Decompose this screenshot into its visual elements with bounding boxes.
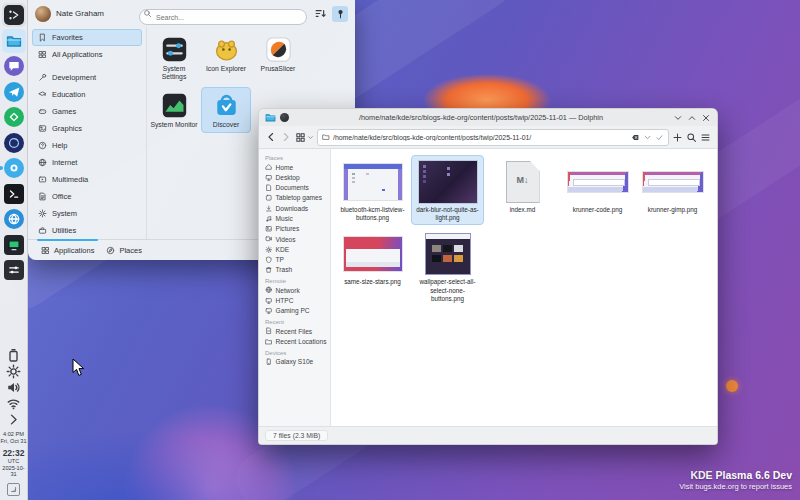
search-input[interactable] (139, 9, 307, 25)
file-view[interactable]: bluetooth-kcm-listview-buttons.pngdark-b… (331, 149, 717, 426)
clock-utc-zone: UTC (0, 458, 27, 465)
green-diamond-app-icon (4, 107, 24, 127)
places-item-recent-files[interactable]: Recent Files (259, 326, 330, 336)
places-item-music[interactable]: Music (259, 213, 330, 223)
tab-applications[interactable]: Applications (37, 240, 98, 260)
search-button[interactable] (686, 132, 697, 143)
places-item-tabletop-games[interactable]: Tabletop games (259, 193, 330, 203)
dolphin-titlebar[interactable]: /home/nate/kde/src/blogs-kde-org/content… (259, 109, 717, 126)
taskbar-media-display-app-icon[interactable] (2, 233, 26, 257)
app-tile-system-monitor[interactable]: System Monitor (149, 87, 199, 133)
clock-utc[interactable]: 22:32UTC2025-10-31 (0, 448, 27, 478)
file-item[interactable]: krunner-gimp.png (636, 155, 709, 225)
sidebar-item-all-applications[interactable]: All Applications (32, 46, 142, 63)
minimize-button[interactable] (673, 113, 683, 123)
prusaslicer-app-icon (265, 36, 292, 63)
places-item-videos[interactable]: Videos (259, 234, 330, 244)
file-item[interactable]: wallpaper-select-all-select-none-buttons… (411, 227, 484, 306)
volume-icon[interactable] (6, 380, 21, 395)
hamburger-menu-button[interactable] (700, 132, 711, 143)
app-tile-prusaslicer[interactable]: PrusaSlicer (253, 31, 303, 85)
search-icon (143, 9, 152, 18)
view-mode-button[interactable] (295, 132, 314, 143)
user-avatar[interactable] (35, 6, 51, 22)
check-icon[interactable] (655, 133, 664, 142)
taskbar-chat-app-icon[interactable] (2, 54, 26, 78)
sidebar-item-education[interactable]: Education (32, 86, 142, 103)
sidebar-item-graphics[interactable]: Graphics (32, 120, 142, 137)
battery-icon[interactable] (6, 348, 21, 363)
tab-places[interactable]: Places (102, 240, 146, 260)
app-tile-discover[interactable]: Discover (201, 87, 251, 133)
places-tab-icon (106, 246, 115, 255)
taskbar-globe-app-icon[interactable] (2, 207, 26, 231)
forward-button[interactable] (280, 131, 292, 143)
launcher-header: Nate Graham (28, 0, 355, 27)
close-button[interactable] (701, 113, 711, 123)
file-item[interactable]: index.md (486, 155, 559, 225)
clock-local[interactable]: 4:02 PMFri, Oct 31 (0, 431, 27, 444)
places-item-desktop[interactable]: Desktop (259, 172, 330, 182)
places-item-documents[interactable]: Documents (259, 183, 330, 193)
taskbar-app-launcher-icon[interactable] (2, 3, 26, 27)
app-tile-system-settings[interactable]: System Settings (149, 31, 199, 85)
show-desktop-button[interactable] (7, 483, 20, 496)
expand-tray-icon[interactable] (6, 412, 21, 427)
thumbnail-shot-banner (344, 237, 402, 271)
wallpaper-orange-dot (726, 380, 738, 392)
taskbar-settings-sliders-app-icon[interactable] (2, 258, 26, 282)
places-item-pictures[interactable]: Pictures (259, 224, 330, 234)
places-item-tp[interactable]: TP (259, 255, 330, 265)
app-tile-label: System Settings (150, 65, 198, 81)
places-item-home[interactable]: Home (259, 162, 330, 172)
places-item-recent-locations[interactable]: Recent Locations (259, 336, 330, 346)
places-item-downloads[interactable]: Downloads (259, 203, 330, 213)
graphics-icon (38, 124, 47, 133)
sidebar-item-internet[interactable]: Internet (32, 154, 142, 171)
brightness-icon[interactable] (6, 364, 21, 379)
office-icon (38, 192, 47, 201)
back-button[interactable] (265, 131, 277, 143)
file-item[interactable]: krunner-code.png (561, 155, 634, 225)
file-item[interactable]: dark-blur-not-quite-as-light.png (411, 155, 484, 225)
taskbar-green-diamond-app-icon[interactable] (2, 105, 26, 129)
sidebar-item-help[interactable]: Help (32, 137, 142, 154)
places-item-trash[interactable]: Trash (259, 265, 330, 275)
sort-button[interactable] (314, 7, 327, 20)
places-item-label: Galaxy S10e (276, 358, 314, 365)
sidebar-item-office[interactable]: Office (32, 188, 142, 205)
split-view-button[interactable] (672, 132, 683, 143)
desktop: KDE Plasma 6.6 Dev Visit bugs.kde.org to… (0, 0, 800, 500)
file-name: krunner-code.png (570, 205, 625, 214)
sidebar-item-label: Games (52, 107, 76, 116)
sidebar-item-games[interactable]: Games (32, 103, 142, 120)
places-item-kde[interactable]: KDE (259, 244, 330, 254)
maximize-button[interactable] (687, 113, 697, 123)
app-tile-icon-explorer[interactable]: Icon Explorer (201, 31, 251, 85)
sidebar-item-utilities[interactable]: Utilities (32, 222, 142, 239)
chevron-down-icon[interactable] (643, 133, 652, 142)
places-item-htpc[interactable]: HTPC (259, 295, 330, 305)
sidebar-item-favorites[interactable]: Favorites (32, 29, 142, 46)
taskbar-dolphin-icon[interactable] (2, 29, 26, 53)
sidebar-item-multimedia[interactable]: Multimedia (32, 171, 142, 188)
taskbar-terminal-icon[interactable] (2, 182, 26, 206)
taskbar-panel: 4:02 PMFri, Oct 3122:32UTC2025-10-31 (0, 0, 28, 500)
pin-button[interactable] (332, 6, 348, 22)
file-item[interactable]: bluetooth-kcm-listview-buttons.png (336, 155, 409, 225)
location-bar[interactable]: /home/nate/kde/src/blogs-kde-org/content… (317, 129, 669, 146)
viewmode-grid-icon (295, 132, 306, 143)
clear-text-icon[interactable] (631, 133, 640, 142)
places-item-galaxy-s10e[interactable]: Galaxy S10e (259, 357, 330, 367)
sidebar-item-development[interactable]: Development (32, 69, 142, 86)
places-item-gaming-pc[interactable]: Gaming PC (259, 306, 330, 316)
blue-app-icon (4, 158, 24, 178)
taskbar-telegram-icon[interactable] (2, 80, 26, 104)
file-item[interactable]: same-size-stars.png (336, 227, 409, 306)
places-item-network[interactable]: Network (259, 285, 330, 295)
wifi-icon[interactable] (6, 396, 21, 411)
taskbar-blue-app-icon[interactable] (2, 156, 26, 180)
places-item-label: Home (276, 164, 294, 171)
sidebar-item-system[interactable]: System (32, 205, 142, 222)
taskbar-dark-swirl-browser-icon[interactable] (2, 131, 26, 155)
